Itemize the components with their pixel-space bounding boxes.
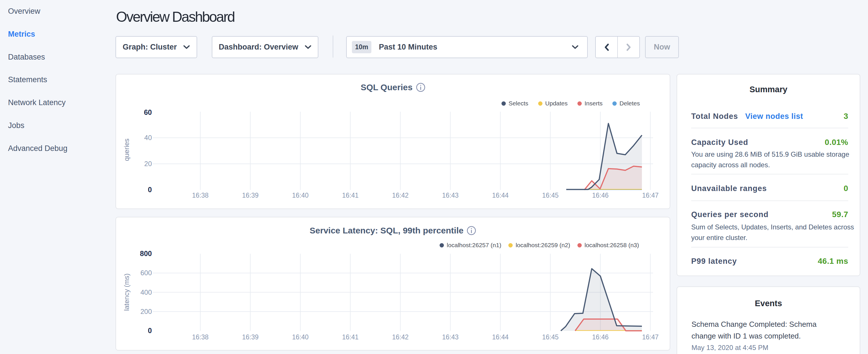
svg-text:16:38: 16:38: [192, 333, 209, 341]
svg-text:16:38: 16:38: [192, 192, 209, 199]
svg-text:16:41: 16:41: [342, 333, 359, 341]
svg-text:16:46: 16:46: [592, 192, 609, 199]
svg-text:16:42: 16:42: [392, 192, 409, 199]
svg-text:0: 0: [148, 186, 152, 194]
svg-text:16:45: 16:45: [542, 333, 559, 341]
svg-text:16:41: 16:41: [342, 192, 359, 199]
svg-text:20: 20: [144, 160, 152, 167]
svg-text:16:46: 16:46: [592, 333, 609, 341]
svg-text:60: 60: [144, 108, 152, 116]
svg-text:16:42: 16:42: [392, 333, 409, 341]
svg-text:16:44: 16:44: [492, 192, 509, 199]
svg-text:16:47: 16:47: [642, 333, 659, 341]
svg-text:800: 800: [140, 250, 152, 257]
svg-text:16:47: 16:47: [642, 192, 659, 199]
svg-text:latency (ms): latency (ms): [123, 273, 130, 311]
svg-text:queries: queries: [123, 139, 130, 161]
svg-text:16:40: 16:40: [292, 333, 309, 341]
svg-text:16:43: 16:43: [442, 192, 459, 199]
svg-text:16:43: 16:43: [442, 333, 459, 341]
svg-text:40: 40: [144, 134, 152, 141]
svg-text:16:39: 16:39: [242, 192, 259, 199]
svg-text:200: 200: [141, 308, 152, 315]
svg-text:400: 400: [141, 288, 152, 296]
svg-text:0: 0: [148, 326, 152, 334]
svg-text:600: 600: [141, 269, 152, 277]
svg-text:16:40: 16:40: [292, 192, 309, 199]
svg-text:16:44: 16:44: [492, 333, 509, 341]
svg-text:16:45: 16:45: [542, 192, 559, 199]
svg-text:16:39: 16:39: [242, 333, 259, 341]
